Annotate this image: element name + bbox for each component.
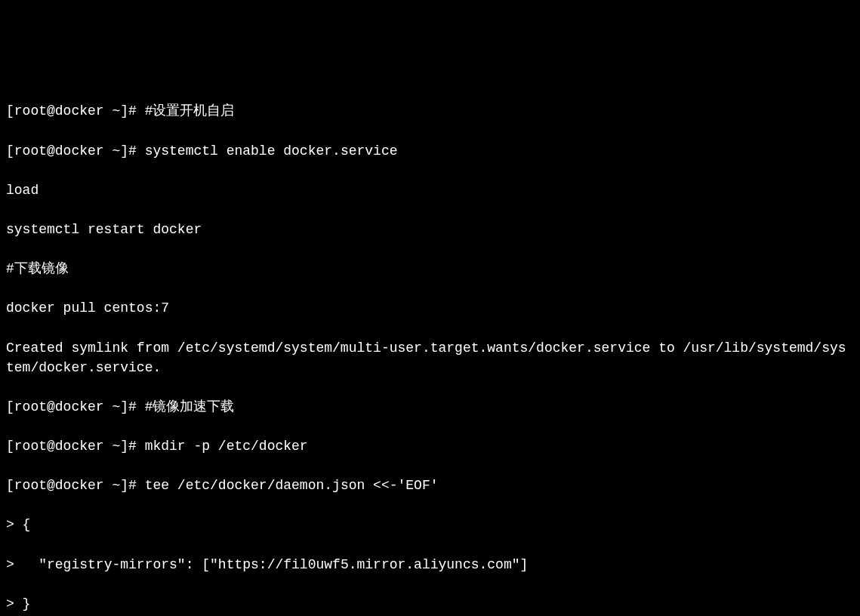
terminal-line: [root@docker ~]# #镜像加速下载 (6, 397, 854, 417)
heredoc-text: } (23, 596, 31, 611)
output-text: Created symlink from /etc/systemd/system… (6, 340, 846, 375)
terminal-line: [root@docker ~]# tee /etc/docker/daemon.… (6, 476, 854, 495)
command-text: tee /etc/docker/daemon.json <<-'EOF' (145, 478, 439, 493)
terminal-line: > { (6, 515, 854, 534)
output-text: docker pull centos:7 (6, 300, 169, 316)
heredoc-prompt: > (6, 557, 23, 572)
terminal-line: [root@docker ~]# mkdir -p /etc/docker (6, 436, 854, 456)
output-text: systemctl restart docker (6, 222, 202, 237)
shell-prompt: [root@docker ~]# (6, 439, 145, 454)
terminal-line: > } (6, 594, 854, 614)
command-text: #设置开机自启 (145, 103, 235, 119)
command-text: systemctl enable docker.service (145, 143, 398, 159)
terminal-line: > "registry-mirrors": ["https://fil0uwf5… (6, 555, 854, 574)
heredoc-prompt: > (6, 517, 23, 532)
output-text: load (6, 183, 39, 198)
heredoc-prompt: > (6, 596, 23, 611)
output-text: #下载镜像 (6, 261, 69, 276)
shell-prompt: [root@docker ~]# (6, 478, 145, 493)
shell-prompt: [root@docker ~]# (6, 143, 145, 159)
command-text: mkdir -p /etc/docker (145, 439, 308, 454)
terminal-line: docker pull centos:7 (6, 298, 854, 318)
command-text: #镜像加速下载 (145, 399, 235, 414)
terminal-line: [root@docker ~]# #设置开机自启 (6, 101, 854, 121)
terminal-line: load (6, 180, 854, 200)
terminal-window[interactable]: [root@docker ~]# #设置开机自启 [root@docker ~]… (6, 82, 854, 616)
terminal-line: Created symlink from /etc/systemd/system… (6, 338, 854, 377)
heredoc-text: { (23, 517, 31, 532)
terminal-line: #下载镜像 (6, 259, 854, 279)
terminal-line: systemctl restart docker (6, 220, 854, 239)
shell-prompt: [root@docker ~]# (6, 103, 145, 119)
shell-prompt: [root@docker ~]# (6, 399, 145, 414)
terminal-line: [root@docker ~]# systemctl enable docker… (6, 141, 854, 161)
heredoc-text: "registry-mirrors": ["https://fil0uwf5.m… (23, 557, 529, 572)
